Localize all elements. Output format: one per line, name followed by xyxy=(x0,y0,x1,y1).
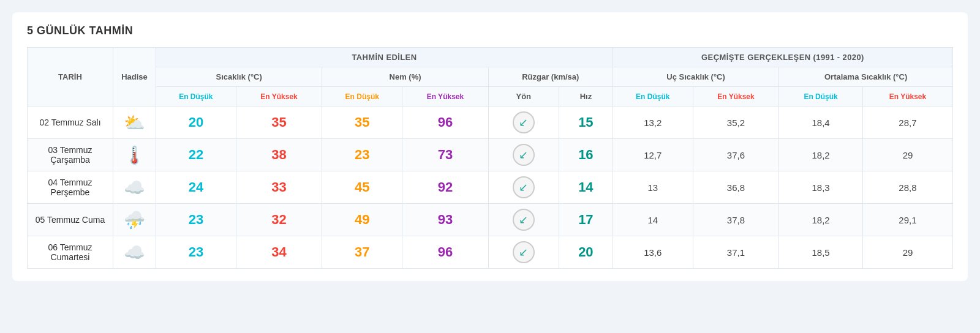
date-cell: 03 Temmuz Çarşamba xyxy=(28,139,113,171)
nem-min-cell: 23 xyxy=(322,139,402,171)
uc-max-cell: 36,8 xyxy=(693,171,779,204)
sic-min-cell: 24 xyxy=(156,171,236,204)
table-row: 05 Temmuz Cuma ⛈️ 23 32 49 93 ↙ 17 14 37… xyxy=(28,204,953,236)
table-row: 06 Temmuz Cumartesi ☁️ 23 34 37 96 ↙ 20 … xyxy=(28,236,953,269)
uc-min-cell: 13 xyxy=(612,171,693,204)
table-row: 03 Temmuz Çarşamba 🌡️ 22 38 23 73 ↙ 16 1… xyxy=(28,139,953,171)
yon-label: Yön xyxy=(488,87,559,107)
nem-max-cell: 73 xyxy=(402,139,489,171)
page-title: 5 GÜNLÜK TAHMİN xyxy=(27,24,953,37)
main-container: 5 GÜNLÜK TAHMİN TARİH Hadise TAHMİN EDİL… xyxy=(12,12,968,281)
uc-min-cell: 13,2 xyxy=(612,107,693,139)
ort-min-label: En Düşük xyxy=(779,87,863,107)
ort-min-cell: 18,3 xyxy=(779,171,863,204)
ruzgar-subheader: Rüzgar (km/sa) xyxy=(488,67,612,87)
uc-max-cell: 37,6 xyxy=(693,139,779,171)
ort-max-cell: 28,7 xyxy=(862,107,952,139)
uc-sicaklik-subheader: Uç Sıcaklık (°C) xyxy=(612,67,778,87)
ort-max-cell: 28,8 xyxy=(862,171,952,204)
yon-cell: ↙ xyxy=(488,171,559,204)
nem-max-cell: 93 xyxy=(402,204,489,236)
nem-min-cell: 49 xyxy=(322,204,402,236)
sic-min-cell: 22 xyxy=(156,139,236,171)
yon-cell: ↙ xyxy=(488,236,559,269)
hadise-cell: ☁️ xyxy=(113,236,156,269)
uc-min-cell: 13,6 xyxy=(612,236,693,269)
ort-min-cell: 18,4 xyxy=(779,107,863,139)
ort-max-cell: 29 xyxy=(862,139,952,171)
uc-min-cell: 14 xyxy=(612,204,693,236)
hiz-cell: 15 xyxy=(559,107,612,139)
hiz-cell: 17 xyxy=(559,204,612,236)
tarih-header: TARİH xyxy=(28,48,113,107)
nem-max-cell: 92 xyxy=(402,171,489,204)
table-row: 02 Temmuz Salı ⛅ 20 35 35 96 ↙ 15 13,2 3… xyxy=(28,107,953,139)
ort-max-cell: 29 xyxy=(862,236,952,269)
sic-max-cell: 38 xyxy=(236,139,322,171)
yon-cell: ↙ xyxy=(488,204,559,236)
nem-min-cell: 45 xyxy=(322,171,402,204)
yon-cell: ↙ xyxy=(488,139,559,171)
sic-min-label: En Düşük xyxy=(156,87,236,107)
uc-max-label: En Yüksek xyxy=(693,87,779,107)
uc-min-cell: 12,7 xyxy=(612,139,693,171)
ort-max-label: En Yüksek xyxy=(862,87,952,107)
ort-sicaklik-subheader: Ortalama Sıcaklık (°C) xyxy=(779,67,953,87)
nem-min-cell: 37 xyxy=(322,236,402,269)
sic-min-cell: 23 xyxy=(156,236,236,269)
nem-min-label: En Düşük xyxy=(322,87,402,107)
uc-max-cell: 37,8 xyxy=(693,204,779,236)
uc-min-label: En Düşük xyxy=(612,87,693,107)
uc-max-cell: 37,1 xyxy=(693,236,779,269)
hiz-cell: 16 xyxy=(559,139,612,171)
sic-max-cell: 34 xyxy=(236,236,322,269)
sic-max-cell: 35 xyxy=(236,107,322,139)
nem-subheader: Nem (%) xyxy=(322,67,488,87)
hadise-cell: ⛈️ xyxy=(113,204,156,236)
uc-max-cell: 35,2 xyxy=(693,107,779,139)
sic-min-cell: 23 xyxy=(156,204,236,236)
gecmis-header: GEÇMİŞTE GERÇEKLEŞEN (1991 - 2020) xyxy=(612,48,952,67)
table-row: 04 Temmuz Perşembe ☁️ 24 33 45 92 ↙ 14 1… xyxy=(28,171,953,204)
nem-max-cell: 96 xyxy=(402,236,489,269)
ort-min-cell: 18,2 xyxy=(779,139,863,171)
ort-max-cell: 29,1 xyxy=(862,204,952,236)
date-cell: 02 Temmuz Salı xyxy=(28,107,113,139)
forecast-table: TARİH Hadise TAHMİN EDİLEN GEÇMİŞTE GERÇ… xyxy=(27,47,953,269)
date-cell: 05 Temmuz Cuma xyxy=(28,204,113,236)
sic-max-cell: 32 xyxy=(236,204,322,236)
hiz-cell: 14 xyxy=(559,171,612,204)
hadise-cell: ☁️ xyxy=(113,171,156,204)
sicaklik-subheader: Sıcaklık (°C) xyxy=(156,67,322,87)
yon-cell: ↙ xyxy=(488,107,559,139)
date-cell: 04 Temmuz Perşembe xyxy=(28,171,113,204)
nem-min-cell: 35 xyxy=(322,107,402,139)
sic-max-label: En Yüksek xyxy=(236,87,322,107)
ort-min-cell: 18,2 xyxy=(779,204,863,236)
hadise-cell: ⛅ xyxy=(113,107,156,139)
sic-min-cell: 20 xyxy=(156,107,236,139)
hiz-label: Hız xyxy=(559,87,612,107)
hadise-header: Hadise xyxy=(113,48,156,107)
nem-max-cell: 96 xyxy=(402,107,489,139)
ort-min-cell: 18,5 xyxy=(779,236,863,269)
hadise-cell: 🌡️ xyxy=(113,139,156,171)
nem-max-label: En Yüksek xyxy=(402,87,489,107)
sic-max-cell: 33 xyxy=(236,171,322,204)
date-cell: 06 Temmuz Cumartesi xyxy=(28,236,113,269)
tahmin-header: TAHMİN EDİLEN xyxy=(156,48,613,67)
hiz-cell: 20 xyxy=(559,236,612,269)
